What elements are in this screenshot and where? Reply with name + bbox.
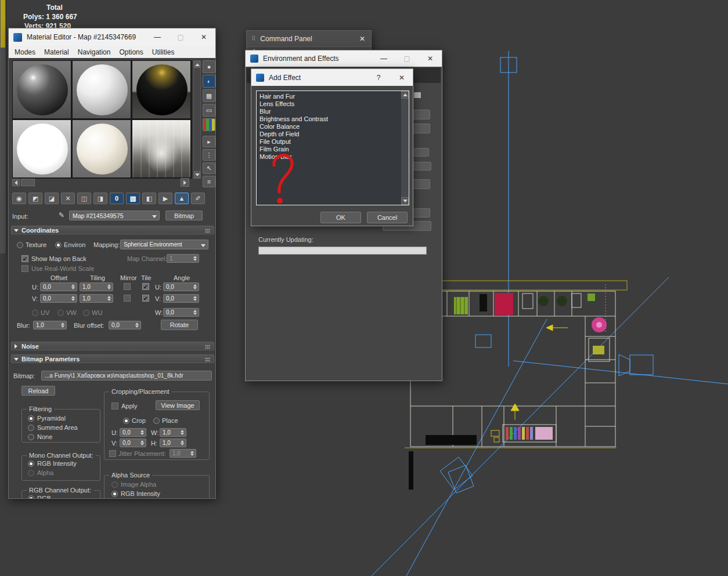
put-material-to-scene-icon[interactable]: ◩ — [28, 193, 42, 204]
show-map-in-viewport-icon[interactable]: ▧ — [126, 193, 140, 204]
bitmap-path-button[interactable]: ...a Funny\1 Хабаровск из\maps\autoshop_… — [41, 371, 212, 381]
effect-item[interactable]: Film Grain — [257, 146, 399, 153]
put-to-library-icon[interactable]: ◨ — [93, 193, 107, 204]
minimize-icon[interactable]: — — [146, 28, 169, 46]
view-image-button[interactable]: View Image — [156, 400, 200, 410]
go-forward-to-sibling-icon[interactable]: ▶ — [158, 193, 172, 204]
sample-uv-tiling-icon[interactable]: ▭ — [203, 104, 215, 117]
close-icon[interactable]: ✕ — [391, 69, 413, 86]
crop-w-spinner[interactable]: 1,0 — [160, 428, 186, 437]
close-icon[interactable]: ✕ — [419, 50, 442, 67]
tiling-v-spinner[interactable]: 1,0 — [80, 294, 113, 303]
vw-radio[interactable] — [57, 310, 64, 316]
scroll-thumb[interactable] — [21, 179, 35, 186]
scroll-down-icon[interactable] — [401, 197, 409, 205]
coordinates-rollout-header[interactable]: Coordinates — [11, 226, 214, 234]
mirror-u-checkbox[interactable] — [124, 283, 131, 290]
tiling-u-spinner[interactable]: 1,0 — [80, 282, 113, 291]
summed-area-radio[interactable] — [28, 425, 34, 431]
none-radio[interactable] — [28, 434, 34, 440]
texture-radio[interactable] — [17, 242, 23, 248]
select-by-material-icon[interactable]: ↖ — [203, 162, 215, 174]
crop-u-spinner[interactable]: 0,0 — [120, 428, 146, 437]
maximize-icon[interactable]: ▢ — [395, 50, 419, 67]
offset-v-spinner[interactable]: 0,0 — [40, 294, 77, 303]
environment-titlebar[interactable]: Environment and Effects — ▢ ✕ — [246, 50, 442, 67]
crop-radio[interactable] — [123, 418, 129, 424]
crop-v-spinner[interactable]: 0,0 — [120, 439, 146, 447]
effect-item[interactable]: Blur — [257, 108, 399, 115]
place-radio[interactable] — [153, 418, 160, 424]
pick-material-from-object-icon[interactable]: ✐ — [191, 193, 205, 204]
mirror-v-checkbox[interactable] — [124, 295, 131, 302]
background-icon[interactable]: ▦ — [203, 89, 215, 102]
effect-item[interactable]: File Output — [257, 138, 399, 146]
env-partial-control[interactable] — [413, 208, 430, 218]
blur-offset-spinner[interactable]: 0,0 — [109, 321, 141, 329]
menu-options[interactable]: Options — [119, 48, 143, 56]
noise-rollout-header[interactable]: Noise — [11, 342, 214, 350]
image-alpha-radio[interactable] — [111, 481, 118, 488]
map-type-button[interactable]: Bitmap — [165, 211, 203, 220]
material-sample-slot[interactable] — [72, 60, 131, 119]
effects-listbox[interactable]: Hair and Fur Lens Effects Blur Brightnes… — [256, 90, 409, 205]
reset-map-icon[interactable]: ✕ — [61, 193, 75, 204]
sample-type-sphere-icon[interactable]: ● — [203, 60, 215, 73]
material-id-channel-icon[interactable]: 0 — [110, 193, 124, 204]
use-real-world-scale-checkbox[interactable] — [21, 265, 28, 272]
effect-item[interactable]: Color Balance — [257, 123, 399, 131]
go-to-parent-icon[interactable]: ▲ — [175, 193, 189, 204]
bitmap-parameters-rollout-header[interactable]: Bitmap Parameters — [11, 354, 214, 363]
offset-u-spinner[interactable]: 0,0 — [40, 282, 77, 291]
maximize-icon[interactable]: ▢ — [169, 28, 192, 46]
show-end-result-icon[interactable]: ◧ — [142, 193, 156, 204]
alpha-rgb-intensity-radio[interactable] — [111, 491, 118, 497]
menu-navigation[interactable]: Navigation — [78, 48, 111, 56]
add-effect-titlebar[interactable]: Add Effect ? ✕ — [251, 69, 413, 86]
eyedropper-icon[interactable]: ✎ — [59, 211, 64, 219]
rotate-button[interactable]: Rotate — [161, 320, 198, 330]
options-icon[interactable]: ⋮ — [203, 149, 215, 161]
close-icon[interactable]: ✕ — [354, 31, 371, 46]
effect-item[interactable]: Hair and Fur — [257, 93, 399, 100]
sample-vscrollbar[interactable] — [193, 60, 201, 179]
blur-spinner[interactable]: 1,0 — [33, 321, 67, 329]
material-map-navigator-icon[interactable]: ≡ — [203, 176, 215, 187]
rgb-radio[interactable] — [28, 495, 34, 499]
effect-item[interactable]: Lens Effects — [257, 100, 399, 108]
env-partial-control[interactable] — [413, 110, 430, 119]
menu-modes[interactable]: Modes — [15, 48, 35, 56]
help-icon[interactable]: ? — [366, 69, 391, 86]
close-icon[interactable]: ✕ — [192, 28, 215, 46]
material-editor-titlebar[interactable]: Material Editor - Map #2145347669 — ▢ ✕ — [9, 28, 215, 46]
scroll-right-icon[interactable] — [181, 178, 189, 187]
scroll-down-icon[interactable] — [194, 171, 200, 178]
list-scrollbar[interactable] — [401, 91, 409, 205]
env-partial-control[interactable] — [414, 148, 429, 157]
make-preview-icon[interactable]: ▸ — [203, 136, 215, 147]
ok-button[interactable]: OK — [320, 212, 361, 223]
backlight-icon[interactable]: ◐ — [203, 75, 215, 88]
material-sample-slot[interactable] — [72, 119, 131, 178]
menu-utilities[interactable]: Utilities — [152, 48, 175, 56]
reload-button[interactable]: Reload — [21, 386, 55, 396]
scroll-up-icon[interactable] — [401, 91, 409, 99]
jitter-placement-checkbox[interactable] — [109, 450, 116, 457]
map-channel-spinner[interactable]: 1 — [167, 254, 199, 263]
command-panel-titlebar[interactable]: ⠿ Command Panel ✕ — [247, 31, 371, 47]
environ-radio[interactable] — [55, 242, 62, 248]
make-material-copy-icon[interactable]: ◫ — [77, 193, 91, 204]
wu-radio[interactable] — [83, 310, 89, 316]
effect-item[interactable]: Brightness and Contrast — [257, 115, 399, 123]
get-material-icon[interactable]: ◉ — [12, 193, 26, 204]
mapping-dropdown[interactable]: Spherical Environment — [120, 240, 208, 249]
material-sample-slot-bitmap-preview[interactable] — [132, 119, 191, 178]
uv-radio[interactable] — [32, 310, 38, 316]
angle-u-spinner[interactable]: 0,0 — [163, 282, 199, 291]
apply-checkbox[interactable] — [111, 403, 118, 410]
material-sample-slot[interactable] — [12, 60, 71, 119]
jitter-placement-spinner[interactable]: 1,0 — [170, 449, 196, 458]
material-sample-slot[interactable] — [12, 119, 71, 178]
pyramidal-radio[interactable] — [28, 415, 34, 422]
env-partial-control[interactable] — [413, 124, 430, 133]
